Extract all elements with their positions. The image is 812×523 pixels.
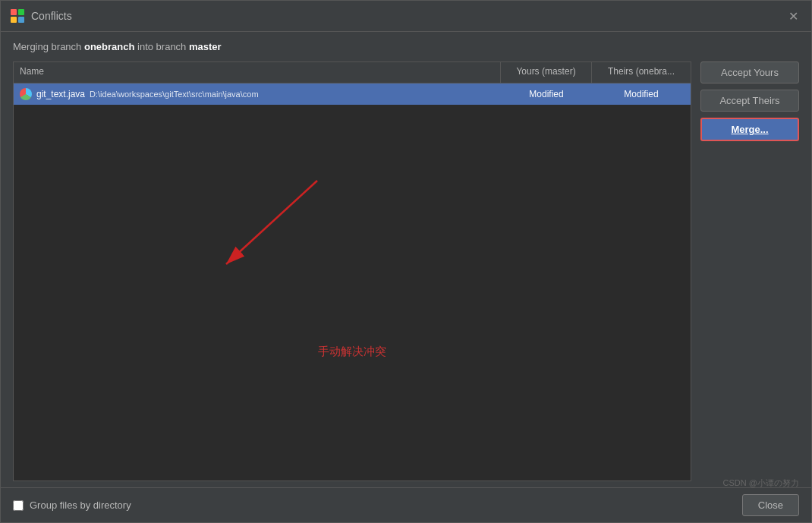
app-icon	[10, 8, 25, 24]
titlebar: Conflicts ✕	[1, 1, 811, 32]
file-panel: Name Yours (master) Theirs (onebra... gi…	[13, 61, 691, 481]
main-content: Name Yours (master) Theirs (onebra... gi…	[1, 61, 811, 487]
watermark: CSDN @小谭の努力	[723, 477, 799, 489]
accept-theirs-button[interactable]: Accept Theirs	[700, 90, 799, 112]
row-theirs-status: Modified	[592, 86, 691, 102]
filepath: D:\idea\workspaces\gitText\src\main\java…	[90, 90, 259, 99]
row-yours-status: Modified	[501, 86, 592, 102]
conflicts-dialog: Conflicts ✕ Merging branch onebranch int…	[0, 0, 812, 523]
checkbox-group: Group files by directory	[13, 499, 131, 511]
table-header: Name Yours (master) Theirs (onebra...	[14, 62, 691, 83]
bottom-bar: Group files by directory Close	[1, 487, 811, 522]
group-files-label[interactable]: Group files by directory	[30, 499, 131, 511]
table-row[interactable]: git_text.java D:\idea\workspaces\gitText…	[14, 83, 691, 105]
svg-rect-1	[18, 9, 24, 15]
col-yours-header: Yours (master)	[501, 62, 592, 83]
dialog-title: Conflicts	[31, 10, 72, 22]
annotation-text: 手动解决冲突	[318, 345, 386, 359]
annotation-arrow	[150, 165, 348, 302]
row-name-cell: git_text.java D:\idea\workspaces\gitText…	[14, 85, 501, 103]
merge-button[interactable]: Merge...	[700, 118, 799, 141]
group-files-checkbox[interactable]	[13, 500, 24, 511]
side-buttons: Accept Yours Accept Theirs Merge...	[700, 61, 799, 481]
svg-rect-3	[18, 17, 24, 23]
col-name-header: Name	[14, 62, 501, 83]
target-branch: master	[189, 41, 222, 52]
subtitle-text: Merging branch onebranch into branch mas…	[1, 32, 811, 61]
source-branch: onebranch	[84, 41, 134, 52]
close-button[interactable]: Close	[742, 494, 799, 516]
window-close-button[interactable]: ✕	[784, 7, 802, 25]
annotation-area: 手动解决冲突	[14, 105, 691, 480]
svg-rect-2	[11, 17, 17, 23]
titlebar-left: Conflicts	[10, 8, 72, 24]
accept-yours-button[interactable]: Accept Yours	[700, 61, 799, 83]
file-icon	[20, 88, 32, 100]
svg-rect-0	[11, 9, 17, 15]
filename: git_text.java	[36, 89, 85, 99]
col-theirs-header: Theirs (onebra...	[592, 62, 691, 83]
svg-line-5	[226, 181, 317, 264]
